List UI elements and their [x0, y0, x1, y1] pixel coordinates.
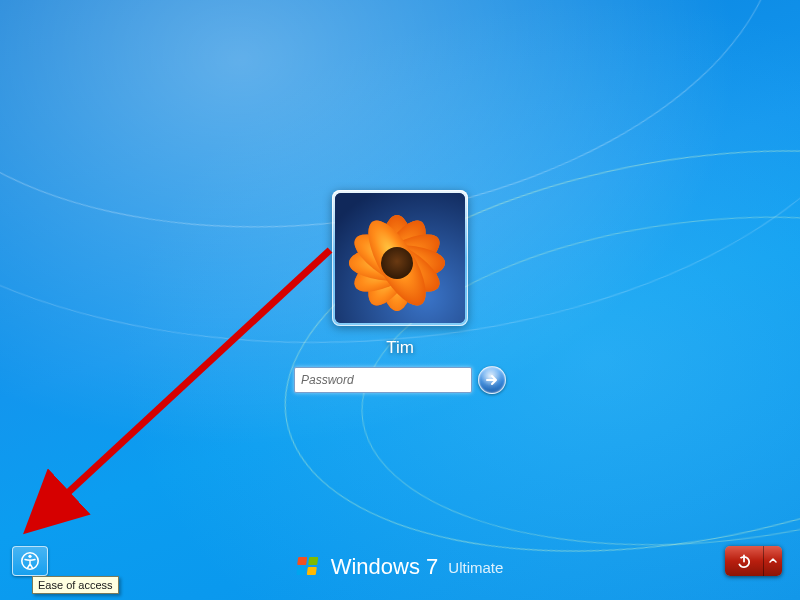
edition-label: Ultimate: [448, 559, 503, 576]
login-screen: Tim Ease of access: [0, 0, 800, 600]
shutdown-button[interactable]: [725, 546, 764, 576]
power-options-button[interactable]: [764, 546, 782, 576]
svg-rect-19: [307, 567, 317, 575]
product-name: Windows 7: [331, 554, 439, 580]
avatar-image: [335, 193, 465, 323]
chevron-up-icon: [769, 557, 777, 565]
password-input[interactable]: [294, 367, 472, 393]
windows-flag-icon: [297, 554, 323, 580]
svg-rect-17: [308, 557, 318, 565]
password-row: [270, 366, 530, 394]
ease-of-access-icon: [20, 551, 40, 571]
power-icon: [736, 553, 752, 569]
submit-button[interactable]: [478, 366, 506, 394]
user-avatar: [332, 190, 468, 326]
os-branding: Windows 7 Ultimate: [297, 554, 504, 580]
ease-of-access-button[interactable]: [12, 546, 48, 576]
login-panel: Tim: [270, 190, 530, 394]
svg-rect-18: [297, 567, 306, 575]
svg-point-13: [381, 247, 413, 279]
username-label: Tim: [270, 338, 530, 358]
ease-of-access-tooltip: Ease of access: [32, 576, 119, 594]
power-button-group: [725, 546, 782, 576]
svg-point-15: [28, 555, 31, 558]
svg-rect-16: [297, 557, 307, 565]
arrow-right-icon: [485, 373, 499, 387]
